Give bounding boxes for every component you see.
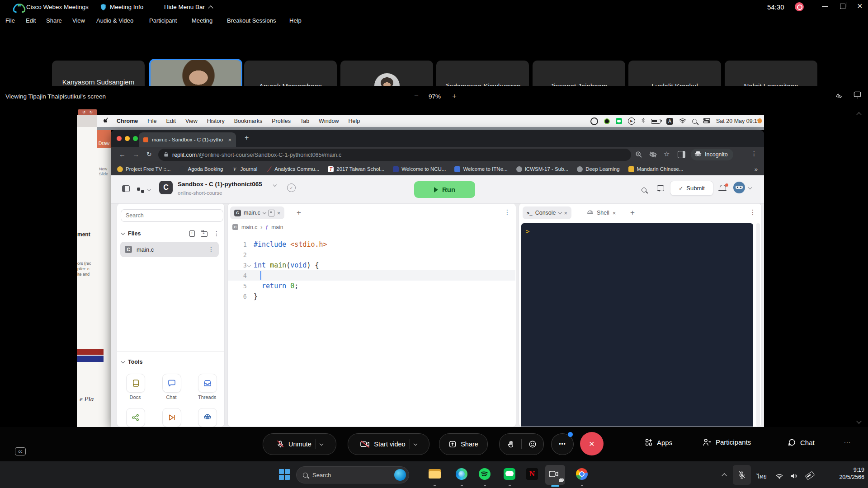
- taskbar-search[interactable]: Search: [296, 466, 409, 483]
- menu-share[interactable]: Share: [46, 17, 62, 24]
- run-button[interactable]: Run: [414, 181, 475, 198]
- close-tab-icon[interactable]: ×: [277, 210, 281, 216]
- reactions-button[interactable]: [522, 440, 543, 448]
- bookmark-item[interactable]: ╱Analytics Commu...: [266, 166, 319, 172]
- tool-threads-button[interactable]: [198, 374, 217, 393]
- chevron-down-icon[interactable]: [558, 211, 561, 214]
- record-indicator-icon[interactable]: [795, 2, 804, 11]
- tray-volume-icon[interactable]: [790, 473, 797, 481]
- chevron-down-icon[interactable]: [273, 183, 277, 187]
- split-doc-icon[interactable]: [269, 210, 274, 216]
- netflix-icon[interactable]: N: [526, 468, 538, 480]
- tray-wifi-icon[interactable]: [776, 473, 783, 481]
- webex-taskbar-icon[interactable]: [545, 465, 565, 485]
- start-video-button[interactable]: Start video: [348, 433, 429, 455]
- chrome-menu-icon[interactable]: ⋮: [751, 150, 757, 157]
- console-output[interactable]: >: [521, 223, 753, 427]
- line-icon[interactable]: [504, 468, 515, 480]
- scroll-up-icon[interactable]: [856, 112, 861, 117]
- zoom-page-icon[interactable]: [635, 151, 642, 160]
- mac-zoom-button[interactable]: [133, 136, 138, 141]
- menu-participant[interactable]: Participant: [149, 17, 177, 24]
- layout-icon[interactable]: [854, 91, 861, 101]
- code-area[interactable]: 1#include <stdio.h> 2 3int main(void) { …: [228, 239, 515, 301]
- new-file-icon[interactable]: +: [189, 230, 195, 237]
- unmute-button[interactable]: Unmute: [263, 433, 336, 455]
- bookmark-item[interactable]: ICWSM-17 - Sub...: [516, 166, 569, 172]
- bookmark-item[interactable]: Project Free TV ::...: [117, 166, 171, 172]
- bookmark-item[interactable]: Welcome to ITNe...: [454, 166, 507, 172]
- mac-close-button[interactable]: [117, 136, 122, 141]
- comments-icon[interactable]: [657, 185, 664, 191]
- new-editor-tab-button[interactable]: +: [297, 208, 301, 217]
- sidebar-toggle-icon[interactable]: [122, 185, 130, 192]
- mac-menu-tab[interactable]: Tab: [300, 118, 309, 124]
- hide-menu-bar-button[interactable]: Hide Menu Bar: [164, 4, 212, 10]
- files-section-header[interactable]: Files + + ⋮: [122, 229, 220, 238]
- editor-menu-icon[interactable]: ⋮: [504, 209, 510, 215]
- tab-close-icon[interactable]: ×: [228, 136, 231, 143]
- tools-section-header[interactable]: Tools: [122, 359, 142, 365]
- tool-graph-button[interactable]: [126, 408, 145, 427]
- apps-button[interactable]: Apps: [645, 438, 672, 446]
- bookmark-item[interactable]: T2017 Taiwan Schol...: [328, 166, 384, 172]
- files-menu-icon[interactable]: ⋮: [213, 230, 220, 237]
- mac-menu-history[interactable]: History: [207, 118, 225, 124]
- control-center-icon[interactable]: [703, 118, 710, 125]
- notifications-bell-icon[interactable]: [720, 185, 726, 190]
- menu-meeting[interactable]: Meeting: [192, 17, 212, 24]
- file-menu-icon[interactable]: ⋮: [208, 246, 214, 253]
- menu-help[interactable]: Help: [289, 17, 302, 24]
- submit-button[interactable]: ✓ Submit: [670, 181, 713, 196]
- chevron-down-icon[interactable]: [263, 211, 266, 214]
- leave-meeting-button[interactable]: ×: [580, 432, 604, 455]
- share-button[interactable]: Share: [439, 433, 488, 455]
- meeting-info-button[interactable]: Meeting Info: [110, 4, 143, 10]
- tool-tests-button[interactable]: [162, 408, 181, 427]
- chevron-down-icon[interactable]: [413, 441, 417, 445]
- menu-breakout-sessions[interactable]: Breakout Sessions: [227, 17, 276, 24]
- eye-off-icon[interactable]: [649, 151, 657, 160]
- replit-logo-icon[interactable]: [137, 184, 144, 192]
- minimize-button[interactable]: [822, 6, 828, 7]
- chevron-down-icon[interactable]: [147, 188, 151, 191]
- mac-menu-help[interactable]: Help: [349, 118, 360, 124]
- console-scrollbar[interactable]: [756, 223, 760, 427]
- back-button[interactable]: ←: [119, 150, 126, 158]
- side-panel-icon[interactable]: [678, 151, 685, 158]
- mac-menu-chrome[interactable]: Chrome: [117, 118, 138, 124]
- participants-button[interactable]: Participants: [703, 438, 751, 446]
- mac-menu-file[interactable]: File: [147, 118, 156, 124]
- menu-view[interactable]: View: [72, 17, 85, 24]
- bookmark-star-icon[interactable]: ☆: [664, 150, 670, 158]
- menu-file[interactable]: File: [5, 17, 15, 24]
- new-folder-icon[interactable]: +: [201, 231, 208, 237]
- new-console-tab-button[interactable]: +: [630, 208, 635, 217]
- wifi-icon[interactable]: [679, 118, 686, 125]
- chevron-down-icon[interactable]: [320, 441, 323, 445]
- bookmarks-overflow-icon[interactable]: »: [755, 166, 758, 173]
- annotate-icon[interactable]: [835, 92, 844, 100]
- mac-minimize-button[interactable]: [125, 136, 130, 141]
- mac-menu-bookmarks[interactable]: Bookmarks: [234, 118, 263, 124]
- menu-audio-video[interactable]: Audio & Video: [96, 17, 133, 24]
- sidebar-search-input[interactable]: [121, 209, 223, 222]
- chevron-down-icon[interactable]: [748, 186, 752, 189]
- account-avatar[interactable]: [733, 182, 745, 193]
- spotify-icon[interactable]: [479, 468, 491, 480]
- zoom-out-button[interactable]: −: [414, 92, 419, 101]
- bluetooth-icon[interactable]: [641, 117, 645, 125]
- spotlight-icon[interactable]: [692, 119, 697, 124]
- close-shell-icon[interactable]: ×: [613, 210, 616, 216]
- input-source-icon[interactable]: A: [666, 118, 673, 125]
- zoom-in-button[interactable]: +: [452, 92, 457, 101]
- green-app-icon[interactable]: [604, 118, 610, 124]
- bookmark-item[interactable]: VJournal: [232, 166, 258, 172]
- scroll-down-icon[interactable]: [856, 418, 861, 423]
- search-icon[interactable]: [642, 188, 646, 192]
- forward-button[interactable]: →: [132, 150, 139, 158]
- bookmark-item[interactable]: Agoda Booking: [179, 166, 223, 172]
- tray-clock[interactable]: 9:19 20/5/2566: [823, 467, 864, 480]
- more-options-button[interactable]: •••: [551, 433, 574, 455]
- bookmark-item[interactable]: Mandarin Chinese...: [628, 166, 684, 172]
